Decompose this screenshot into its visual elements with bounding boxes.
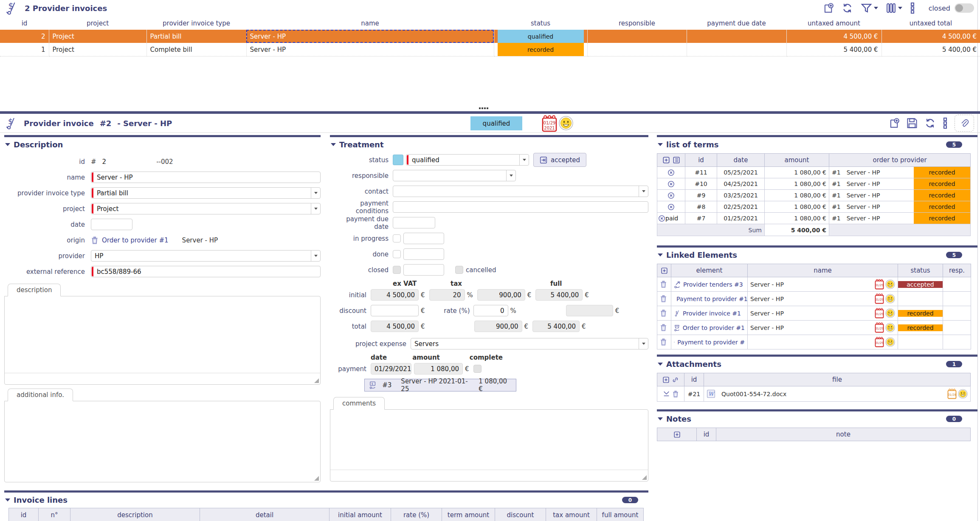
linked-element-link[interactable]: Payment to provider #1 xyxy=(676,296,748,302)
unlink-term-button[interactable] xyxy=(660,169,682,176)
linked-row[interactable]: $Provider invoice #1 Server - HP 01/29 r… xyxy=(657,306,971,321)
col-header-status[interactable]: status xyxy=(494,17,587,30)
external-reference-input[interactable]: bc558/889-66 xyxy=(91,266,321,277)
delete-link-button[interactable] xyxy=(660,324,668,332)
cell-type[interactable]: Partial bill xyxy=(146,30,246,43)
linked-row[interactable]: $Payment to provider # 01/29 xyxy=(657,335,971,349)
status-select[interactable]: qualified xyxy=(406,154,529,166)
col-header-id[interactable]: id xyxy=(0,17,49,30)
cell-untaxed-total[interactable]: 4 500,00 € xyxy=(881,30,980,43)
collapse-arrow-icon[interactable] xyxy=(5,143,10,146)
delete-link-button[interactable] xyxy=(660,309,668,317)
collapse-arrow-icon[interactable] xyxy=(658,253,663,256)
cell-project[interactable]: Project xyxy=(49,43,146,56)
collapse-arrow-icon[interactable] xyxy=(331,143,336,146)
more-options-button[interactable] xyxy=(910,2,915,14)
closed-date-input[interactable] xyxy=(403,264,444,276)
calendar-date-icon[interactable]: 01/29 xyxy=(875,279,884,290)
calendar-date-icon[interactable]: 01/29 2021 xyxy=(542,115,557,132)
collapse-arrow-icon[interactable] xyxy=(658,363,663,366)
term-id[interactable]: #9 xyxy=(685,190,717,201)
divider-handle[interactable] xyxy=(479,107,481,109)
cell-responsible[interactable] xyxy=(587,30,687,43)
term-amount[interactable]: 1 080,00 € xyxy=(765,201,829,213)
payment-due-date-input[interactable] xyxy=(393,217,435,228)
resize-handle[interactable] xyxy=(314,476,319,481)
cell-untaxed-total[interactable]: 5 400,00 € xyxy=(881,43,980,56)
smiley-icon[interactable] xyxy=(885,279,895,289)
chevron-down-icon[interactable] xyxy=(311,251,318,261)
linked-element-link[interactable]: Provider tenders #3 xyxy=(683,281,743,288)
resize-handle[interactable] xyxy=(314,378,319,383)
term-id[interactable]: #10 xyxy=(685,178,717,190)
table-row[interactable]: 1 Project Complete bill Server - HP reco… xyxy=(0,43,980,56)
refresh-button[interactable] xyxy=(924,118,936,129)
in-progress-checkbox[interactable] xyxy=(393,234,401,242)
term-date[interactable]: 03/25/2021 xyxy=(717,190,765,201)
cell-name[interactable]: Server - HP xyxy=(246,43,494,56)
delete-link-button[interactable] xyxy=(660,338,668,346)
cancelled-checkbox[interactable] xyxy=(455,266,463,274)
term-date[interactable]: 02/25/2021 xyxy=(717,201,765,213)
unlink-term-button[interactable]: paid xyxy=(658,215,684,222)
save-button[interactable] xyxy=(907,118,918,129)
smiley-icon[interactable] xyxy=(559,116,573,130)
closed-toggle[interactable] xyxy=(955,3,974,13)
col-header-payment-due-date[interactable]: payment due date xyxy=(687,17,786,30)
term-amount[interactable]: 1 080,00 € xyxy=(765,178,829,190)
date-input[interactable] xyxy=(91,219,132,230)
rate-input[interactable]: 0 xyxy=(473,305,508,316)
calendar-date-icon[interactable]: 01/29 xyxy=(875,293,884,304)
cell-untaxed-amount[interactable]: 5 400,00 € xyxy=(786,43,881,56)
add-attachment-button[interactable] xyxy=(662,376,670,383)
cell-type[interactable]: Complete bill xyxy=(146,43,246,56)
provider-select[interactable]: HP xyxy=(91,250,321,262)
remove-origin-button[interactable] xyxy=(91,236,99,245)
col-header-project[interactable]: project xyxy=(49,17,146,30)
linked-element-link[interactable]: Order to provider #1 xyxy=(683,324,745,331)
payment-link-button[interactable]: $ #3 Server - HP 2021-01-25 1 080,00 € xyxy=(364,379,516,391)
term-date[interactable]: 05/25/2021 xyxy=(717,167,765,178)
refresh-button[interactable] xyxy=(842,3,853,14)
smiley-icon[interactable] xyxy=(885,323,895,332)
tab-comments[interactable]: comments xyxy=(333,397,385,410)
chevron-down-icon[interactable] xyxy=(639,186,645,197)
comments-textarea[interactable] xyxy=(330,409,648,482)
cell-responsible[interactable] xyxy=(587,43,687,56)
additional-info-textarea[interactable] xyxy=(4,401,321,482)
term-amount[interactable]: 1 080,00 € xyxy=(765,213,829,224)
linked-element-link[interactable]: Payment to provider # xyxy=(677,339,745,346)
unlink-term-button[interactable] xyxy=(660,180,682,188)
tab-description[interactable]: description xyxy=(8,284,61,296)
new-record-button[interactable] xyxy=(889,118,900,129)
responsible-select[interactable] xyxy=(393,170,516,181)
linked-row[interactable]: $Payment to provider #1 Server - HP 01/2… xyxy=(657,292,971,306)
attachment-row[interactable]: #21 W Quot001-554-72.docx 01/28 xyxy=(657,386,971,402)
col-header-name[interactable]: name xyxy=(246,17,494,30)
calendar-date-icon[interactable]: 01/29 xyxy=(875,308,884,318)
term-amount[interactable]: 1 080,00 € xyxy=(765,167,829,178)
col-header-type[interactable]: provider invoice type xyxy=(146,17,246,30)
payment-complete-checkbox[interactable] xyxy=(473,365,482,373)
payment-conditions-input[interactable] xyxy=(393,201,648,213)
col-header-responsible[interactable]: responsible xyxy=(587,17,687,30)
delete-link-button[interactable] xyxy=(660,280,668,288)
smiley-icon[interactable] xyxy=(885,337,895,347)
collapse-arrow-icon[interactable] xyxy=(658,143,663,146)
done-date-input[interactable] xyxy=(403,248,444,260)
origin-link[interactable]: Order to provider #1 xyxy=(102,237,169,244)
delete-attachment-button[interactable] xyxy=(672,390,679,398)
collapse-arrow-icon[interactable] xyxy=(5,498,10,501)
smiley-icon[interactable] xyxy=(958,389,968,399)
filter-button[interactable] xyxy=(861,3,878,14)
table-row[interactable]: 2 Project Partial bill Server - HP quali… xyxy=(0,30,980,43)
resize-handle[interactable] xyxy=(642,475,647,480)
smiley-icon[interactable] xyxy=(885,294,895,304)
chevron-down-icon[interactable] xyxy=(506,170,513,181)
project-expense-select[interactable]: Servers xyxy=(411,338,648,349)
linked-row[interactable]: Provider tenders #3 Server - HP 01/29 ac… xyxy=(657,277,971,292)
term-row[interactable]: #9 03/25/2021 1 080,00 € #1Server - HPre… xyxy=(657,190,971,201)
cell-payment-due-date[interactable] xyxy=(687,30,786,43)
calendar-date-icon[interactable]: 01/29 xyxy=(875,322,884,333)
term-row[interactable]: #11 05/25/2021 1 080,00 € #1Server - HPr… xyxy=(657,167,971,178)
